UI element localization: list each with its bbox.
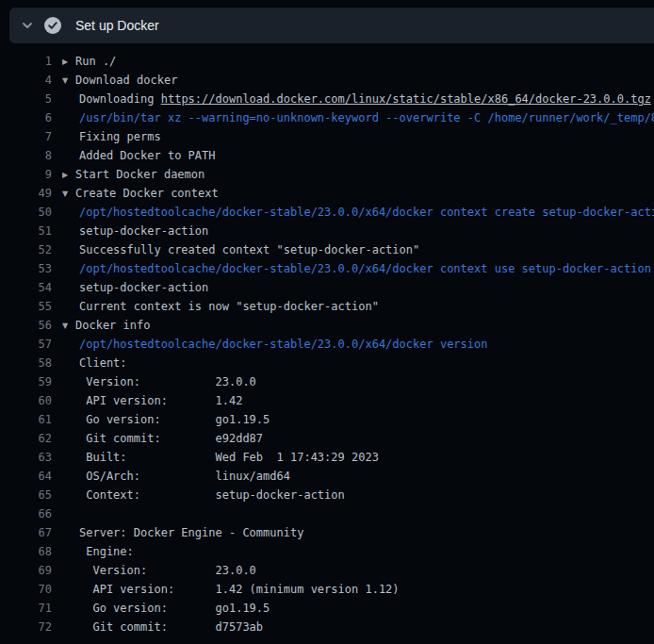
line-number[interactable]: 62 bbox=[0, 429, 52, 448]
line-number[interactable]: 63 bbox=[0, 448, 52, 467]
triangle-down-icon: ▼ bbox=[62, 72, 75, 90]
log-text: Go version: go1.19.5 bbox=[79, 413, 270, 426]
log-text: setup-docker-action bbox=[79, 224, 208, 238]
check-circle-icon bbox=[44, 17, 61, 34]
log-text: Run ./ bbox=[75, 55, 116, 68]
log-text: OS/Arch: linux/amd64 bbox=[79, 470, 290, 483]
log-group-header[interactable]: 56▼Docker info bbox=[0, 316, 654, 335]
line-number[interactable]: 53 bbox=[0, 259, 52, 278]
log-text: Server: Docker Engine - Community bbox=[79, 526, 303, 539]
log-line: 57/opt/hostedtoolcache/docker-stable/23.… bbox=[0, 335, 654, 354]
log-text: Git commit: e92dd87 bbox=[79, 432, 263, 445]
chevron-down-icon[interactable] bbox=[17, 15, 38, 36]
log-line: 53/opt/hostedtoolcache/docker-stable/23.… bbox=[0, 259, 654, 278]
log-line: 8Added Docker to PATH bbox=[0, 146, 654, 165]
line-number[interactable]: 60 bbox=[0, 391, 52, 410]
log-line: 54setup-docker-action bbox=[0, 278, 654, 297]
line-number[interactable]: 51 bbox=[0, 222, 52, 240]
log-line: 72 Git commit: d7573ab bbox=[0, 618, 654, 636]
log-text: Added Docker to PATH bbox=[79, 149, 216, 162]
step-title: Set up Docker bbox=[75, 18, 159, 33]
log-text: /usr/bin/tar xz --warning=no-unknown-key… bbox=[79, 111, 654, 124]
log-text: Version: 23.0.0 bbox=[79, 564, 256, 577]
line-number[interactable]: 5 bbox=[0, 90, 52, 108]
log-line: 63 Built: Wed Feb 1 17:43:29 2023 bbox=[0, 448, 654, 467]
log-line: 50/opt/hostedtoolcache/docker-stable/23.… bbox=[0, 203, 654, 222]
line-number[interactable]: 57 bbox=[0, 335, 52, 354]
log-group-header[interactable]: 9▶Start Docker daemon bbox=[0, 165, 654, 184]
line-number[interactable]: 71 bbox=[0, 599, 52, 618]
log-text: Successfully created context "setup-dock… bbox=[79, 243, 419, 256]
log-text: Download docker bbox=[75, 74, 177, 87]
line-number[interactable]: 9 bbox=[0, 165, 52, 184]
log-line: 52Successfully created context "setup-do… bbox=[0, 240, 654, 259]
log-lines: 1▶Run ./4▼Download docker5Downloading ht… bbox=[0, 52, 654, 636]
log-text: Built: Wed Feb 1 17:43:29 2023 bbox=[79, 451, 379, 464]
line-number[interactable]: 69 bbox=[0, 561, 52, 580]
log-line: 70 API version: 1.42 (minimum version 1.… bbox=[0, 580, 654, 599]
triangle-down-icon: ▼ bbox=[62, 317, 75, 335]
log-text: /opt/hostedtoolcache/docker-stable/23.0.… bbox=[79, 262, 651, 275]
log-text: Fixing perms bbox=[79, 130, 161, 143]
line-number[interactable]: 72 bbox=[0, 618, 52, 636]
line-number[interactable]: 66 bbox=[0, 504, 52, 523]
log-text: Downloading bbox=[79, 92, 161, 106]
log-line: 71 Go version: go1.19.5 bbox=[0, 599, 654, 618]
line-number[interactable]: 70 bbox=[0, 580, 52, 599]
line-number[interactable]: 7 bbox=[0, 127, 52, 146]
log-text: Docker info bbox=[75, 319, 150, 332]
log-line: 62 Git commit: e92dd87 bbox=[0, 429, 654, 448]
line-number[interactable]: 4 bbox=[0, 71, 52, 90]
log-group-header[interactable]: 4▼Download docker bbox=[0, 71, 654, 90]
line-number[interactable]: 54 bbox=[0, 278, 52, 297]
log-group-header[interactable]: 1▶Run ./ bbox=[0, 52, 654, 71]
line-number[interactable]: 52 bbox=[0, 240, 52, 259]
log-line: 59 Version: 23.0.0 bbox=[0, 372, 654, 391]
triangle-right-icon: ▶ bbox=[62, 53, 75, 71]
log-line: 65 Context: setup-docker-action bbox=[0, 486, 654, 504]
log-line: 67Server: Docker Engine - Community bbox=[0, 523, 654, 542]
log-line: 68 Engine: bbox=[0, 542, 654, 561]
line-number[interactable]: 64 bbox=[0, 467, 52, 486]
line-number[interactable]: 55 bbox=[0, 297, 52, 316]
log-text: Client: bbox=[79, 356, 127, 370]
line-number[interactable]: 56 bbox=[0, 316, 52, 335]
log-line: 5Downloading https://download.docker.com… bbox=[0, 90, 654, 108]
log-text: Git commit: d7573ab bbox=[79, 620, 263, 634]
log-line: 61 Go version: go1.19.5 bbox=[0, 410, 654, 429]
triangle-down-icon: ▼ bbox=[62, 185, 75, 203]
log-group-header[interactable]: 49▼Create Docker context bbox=[0, 184, 654, 203]
line-number[interactable]: 50 bbox=[0, 203, 52, 222]
log-line: 6/usr/bin/tar xz --warning=no-unknown-ke… bbox=[0, 108, 654, 127]
log-text: Version: 23.0.0 bbox=[79, 375, 256, 388]
line-number[interactable]: 8 bbox=[0, 146, 52, 165]
log-text: setup-docker-action bbox=[79, 281, 208, 294]
log-line: 51setup-docker-action bbox=[0, 222, 654, 240]
line-number[interactable]: 67 bbox=[0, 523, 52, 542]
log-text: Current context is now "setup-docker-act… bbox=[79, 300, 379, 313]
log-container[interactable]: 1▶Run ./4▼Download docker5Downloading ht… bbox=[0, 43, 654, 644]
log-link[interactable]: https://download.docker.com/linux/static… bbox=[161, 92, 651, 106]
line-number[interactable]: 61 bbox=[0, 410, 52, 429]
step-header[interactable]: Set up Docker bbox=[9, 8, 654, 43]
triangle-right-icon: ▶ bbox=[62, 166, 75, 184]
log-text: Context: setup-docker-action bbox=[79, 488, 345, 502]
line-number[interactable]: 59 bbox=[0, 372, 52, 391]
log-text: /opt/hostedtoolcache/docker-stable/23.0.… bbox=[79, 206, 654, 219]
log-text: Go version: go1.19.5 bbox=[79, 602, 270, 615]
log-text: Start Docker daemon bbox=[75, 168, 204, 181]
line-number[interactable]: 68 bbox=[0, 542, 52, 561]
log-line: 66 bbox=[0, 504, 654, 523]
line-number[interactable]: 58 bbox=[0, 354, 52, 372]
log-text: /opt/hostedtoolcache/docker-stable/23.0.… bbox=[79, 338, 487, 351]
line-number[interactable]: 1 bbox=[0, 52, 52, 71]
log-line: 55Current context is now "setup-docker-a… bbox=[0, 297, 654, 316]
line-number[interactable]: 6 bbox=[0, 108, 52, 127]
log-line: 69 Version: 23.0.0 bbox=[0, 561, 654, 580]
log-text: Engine: bbox=[79, 545, 134, 558]
line-number[interactable]: 65 bbox=[0, 486, 52, 504]
log-text: API version: 1.42 bbox=[79, 394, 242, 407]
log-text: Create Docker context bbox=[75, 187, 219, 200]
log-line: 58Client: bbox=[0, 354, 654, 372]
line-number[interactable]: 49 bbox=[0, 184, 52, 203]
